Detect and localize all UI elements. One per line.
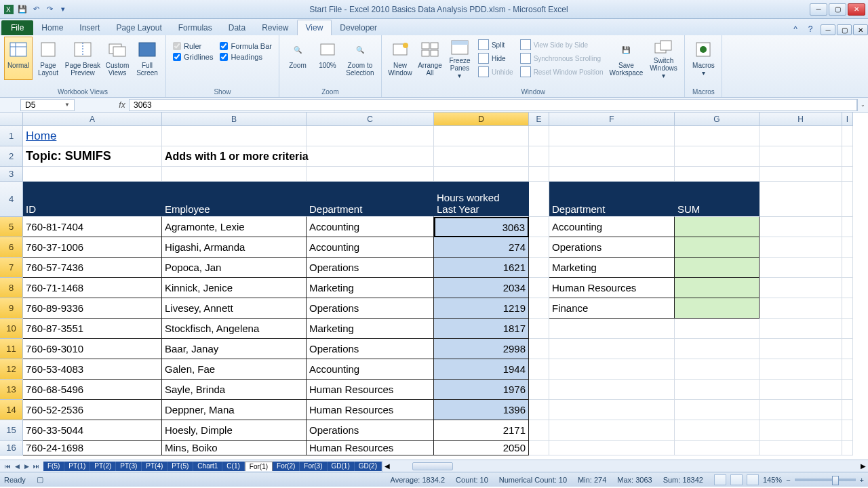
row-header[interactable]: 13 [0, 380, 23, 400]
cell[interactable] [529, 146, 549, 167]
ruler-checkbox[interactable]: Ruler [173, 42, 213, 50]
cell-emp[interactable]: Livesey, Annett [162, 298, 307, 319]
zoom-button[interactable]: 🔍Zoom [283, 37, 312, 80]
cell[interactable] [760, 400, 842, 420]
cell[interactable] [842, 298, 853, 319]
tab-home[interactable]: Home [33, 20, 71, 35]
macros-button[interactable]: Macros ▾ [689, 37, 717, 80]
col-header-E[interactable]: E [529, 113, 549, 126]
cell[interactable] [549, 339, 675, 359]
chevron-down-icon[interactable]: ▼ [64, 102, 70, 108]
cell-emp[interactable]: Agramonte, Lexie [162, 217, 307, 237]
maximize-button[interactable]: ▢ [829, 3, 846, 16]
cell-sumdept[interactable]: Finance [549, 298, 675, 319]
sheet-prev-icon[interactable]: ◀ [12, 462, 22, 471]
header-dept2[interactable]: Department [549, 182, 675, 217]
full-screen-button[interactable]: Full Screen [133, 37, 161, 80]
cell-emp[interactable]: Hoesly, Dimple [162, 420, 307, 441]
cell-emp[interactable]: Stockfisch, Angelena [162, 319, 307, 339]
page-layout-button[interactable]: Page Layout [34, 37, 62, 80]
tab-formulas[interactable]: Formulas [170, 20, 220, 35]
cell-emp[interactable]: Sayle, Brinda [162, 380, 307, 400]
tab-review[interactable]: Review [254, 20, 296, 35]
cell-hours[interactable]: 1976 [434, 380, 529, 400]
col-header-G[interactable]: G [675, 113, 760, 126]
col-header-I[interactable]: I [842, 113, 853, 126]
cell-emp[interactable]: Mins, Boiko [162, 441, 307, 455]
cell[interactable] [760, 298, 842, 319]
cell-dept[interactable]: Accounting [307, 217, 434, 237]
page-break-button[interactable]: Page Break Preview [64, 37, 102, 80]
topic-title[interactable]: Topic: SUMIFS [23, 146, 162, 167]
cell[interactable] [760, 380, 842, 400]
col-header-C[interactable]: C [307, 113, 434, 126]
help-icon[interactable]: ? [804, 23, 816, 35]
cell-hours[interactable]: 2034 [434, 278, 529, 298]
workbook-restore-button[interactable]: ▢ [837, 24, 852, 35]
cell-dept[interactable]: Human Resources [307, 380, 434, 400]
cell[interactable] [760, 146, 842, 167]
zoom-in-button[interactable]: + [860, 476, 864, 484]
sheet-tab[interactable]: PT(2) [90, 462, 116, 471]
col-header-H[interactable]: H [760, 113, 842, 126]
cell[interactable] [760, 258, 842, 278]
header-emp[interactable]: Employee [162, 182, 307, 217]
col-header-A[interactable]: A [23, 113, 162, 126]
cell[interactable] [675, 167, 760, 182]
row-header[interactable]: 8 [0, 278, 23, 298]
cell[interactable] [529, 182, 549, 217]
cell[interactable] [842, 237, 853, 258]
sheet-tab[interactable]: Chart1 [193, 462, 222, 471]
cell[interactable] [842, 258, 853, 278]
spreadsheet-grid[interactable]: ABCDEFGHI 1Home2Topic: SUMIFSAdds with 1… [0, 113, 868, 460]
save-icon[interactable]: 💾 [16, 3, 28, 16]
normal-view-button[interactable]: Normal [4, 37, 33, 80]
cell-dept[interactable]: Operations [307, 258, 434, 278]
zoom-slider[interactable] [795, 479, 856, 481]
cell-sumdept[interactable]: Marketing [549, 258, 675, 278]
cell-emp[interactable]: Baar, Janay [162, 339, 307, 359]
horizontal-scrollbar[interactable]: ◀▶ [382, 461, 868, 472]
cell[interactable] [760, 420, 842, 441]
cell-dept[interactable]: Human Resources [307, 441, 434, 455]
row-header[interactable]: 11 [0, 339, 23, 359]
cell[interactable] [675, 339, 760, 359]
sheet-tab[interactable]: For(1) [245, 462, 273, 471]
cell-dept[interactable]: Operations [307, 298, 434, 319]
cell[interactable] [842, 217, 853, 237]
cell[interactable] [529, 237, 549, 258]
cell-sumval[interactable] [675, 237, 760, 258]
row-header[interactable]: 3 [0, 167, 23, 182]
cell[interactable] [529, 258, 549, 278]
cell[interactable] [549, 126, 675, 146]
cell-id[interactable]: 760-89-9336 [23, 298, 162, 319]
cell[interactable] [549, 359, 675, 380]
cell[interactable] [675, 400, 760, 420]
cell[interactable] [307, 146, 434, 167]
cell-id[interactable]: 760-52-2536 [23, 400, 162, 420]
cell[interactable] [842, 167, 853, 182]
cell-sumdept[interactable]: Human Resources [549, 278, 675, 298]
cell[interactable] [529, 167, 549, 182]
cell[interactable] [842, 319, 853, 339]
cell-dept[interactable]: Operations [307, 420, 434, 441]
cell[interactable] [842, 400, 853, 420]
cell-hours[interactable]: 1944 [434, 359, 529, 380]
sheet-tab[interactable]: GD(2) [355, 462, 382, 471]
sheet-tab[interactable]: For(2) [273, 462, 300, 471]
cell[interactable] [760, 167, 842, 182]
cell[interactable] [675, 146, 760, 167]
sheet-tab[interactable]: PT(3) [116, 462, 142, 471]
cell[interactable] [162, 126, 307, 146]
cell-dept[interactable]: Operations [307, 339, 434, 359]
freeze-panes-button[interactable]: Freeze Panes ▾ [446, 37, 474, 80]
gridlines-checkbox[interactable]: Gridlines [173, 53, 213, 61]
new-window-button[interactable]: New Window [386, 37, 414, 80]
cell[interactable] [842, 182, 853, 217]
zoom-selection-button[interactable]: 🔍Zoom to Selection [343, 37, 377, 80]
cell[interactable] [529, 217, 549, 237]
name-box[interactable]: D5▼ [20, 99, 75, 111]
zoom-level[interactable]: 145% [763, 476, 782, 484]
cell-dept[interactable]: Marketing [307, 278, 434, 298]
cell[interactable] [529, 420, 549, 441]
